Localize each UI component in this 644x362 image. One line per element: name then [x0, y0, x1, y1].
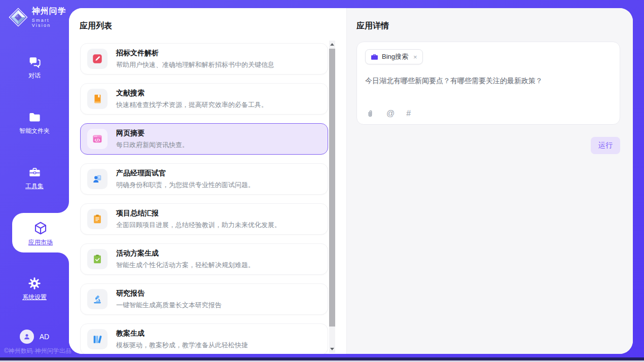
sidebar-item-settings[interactable]: 系统设置 [0, 275, 69, 301]
user-profile[interactable]: AD [0, 330, 69, 344]
sidebar-item-toolset[interactable]: 工具集 [0, 165, 69, 190]
sidebar-item-label: 应用市场 [28, 239, 53, 245]
interviewer-icon [92, 173, 103, 185]
gear-icon [27, 276, 42, 291]
toolbox-icon [28, 166, 42, 179]
tool-chip-bing-search[interactable]: Bing搜索 × [365, 49, 423, 64]
app-card-bid-parse[interactable]: 招标文件解析 帮助用户快速、准确地理解和解析招标书中的关键信息 [80, 43, 328, 75]
mention-icon[interactable]: @ [386, 110, 395, 118]
brand-diamond-icon [8, 7, 28, 28]
sidebar: 神州问学 Smart Vision 对话 智能文件夹 [0, 0, 69, 362]
avatar [20, 330, 34, 344]
sidebar-item-smart-folder[interactable]: 智能文件夹 [0, 110, 69, 135]
browser-code-icon [92, 133, 103, 144]
app-card-literature-search[interactable]: 文献搜索 快速精准查找学术资源，提高研究效率的必备工具。 [80, 83, 328, 115]
run-row: 运行 [356, 137, 620, 154]
scrollbar-thumb[interactable] [329, 49, 335, 327]
user-initials: AD [40, 333, 49, 341]
app-card-title: 活动方案生成 [116, 249, 255, 258]
book-icon [92, 93, 103, 104]
app-card-desc: 模板驱动，教案秒成，教学准备从此轻松快捷 [116, 341, 248, 350]
tool-chip-label: Bing搜索 [382, 52, 408, 61]
briefcase-icon [371, 53, 378, 61]
brand-logo: 神州问学 Smart Vision [0, 0, 69, 28]
triangle-down-icon [330, 348, 334, 350]
app-card-desc: 一键智能生成高质量长文本研究报告 [116, 301, 222, 310]
sidebar-item-app-market[interactable]: 应用市场 [12, 213, 69, 252]
app-list-title: 应用列表 [80, 21, 346, 31]
hash-icon[interactable]: # [406, 110, 411, 118]
prompt-card[interactable]: Bing搜索 × 今日湖北有哪些新闻要点？有哪些需要关注的最新政策？ @ # [356, 42, 620, 125]
app-detail-title: 应用详情 [356, 21, 633, 31]
doc-edit-icon [92, 53, 103, 64]
app-card-title: 招标文件解析 [116, 49, 274, 58]
sidebar-item-label: 工具集 [25, 183, 44, 189]
scroll-up-button[interactable] [329, 41, 335, 48]
app-card-event-plan[interactable]: 活动方案生成 智能生成个性化活动方案，轻松解决规划难题。 [80, 243, 328, 275]
app-card-title: 研究报告 [116, 289, 222, 298]
app-card-list: 招标文件解析 帮助用户快速、准确地理解和解析招标书中的关键信息 文献搜索 [80, 43, 328, 354]
tab-curve-bottom [58, 252, 69, 264]
brand-name: 神州问学 [32, 6, 69, 17]
app-card-title: 项目总结汇报 [116, 209, 281, 218]
sidebar-item-chat[interactable]: 对话 [0, 54, 69, 80]
folder-icon [28, 111, 42, 124]
main-content: 应用列表 招标文件解析 帮助用户快速、准确地理解和解析招标书中的关键信息 [69, 8, 633, 354]
cube-icon [33, 221, 48, 236]
copyright-text: ©神州数码·神州问学出品 [4, 347, 71, 355]
sidebar-item-label: 智能文件夹 [19, 128, 50, 134]
chat-icon [28, 55, 42, 69]
app-card-title: 教案生成 [116, 329, 248, 338]
app-card-title: 网页摘要 [116, 129, 189, 138]
scroll-down-button[interactable] [329, 345, 335, 353]
app-window: 神州问学 Smart Vision 对话 智能文件夹 [0, 0, 644, 362]
sidebar-item-label: 对话 [28, 73, 41, 79]
sidebar-item-label: 系统设置 [22, 294, 47, 300]
app-card-desc: 全面回顾项目进展，总结经验教训，助力未来优化发展。 [116, 221, 281, 230]
app-card-web-summary[interactable]: 网页摘要 每日政府新闻资讯快查。 [80, 123, 328, 155]
microscope-icon [92, 294, 103, 305]
person-icon [22, 332, 31, 341]
app-card-desc: 每日政府新闻资讯快查。 [116, 140, 189, 150]
books-icon [92, 334, 103, 345]
app-card-project-summary[interactable]: 项目总结汇报 全面回顾项目进展，总结经验教训，助力未来优化发展。 [80, 203, 328, 235]
app-list-panel: 应用列表 招标文件解析 帮助用户快速、准确地理解和解析招标书中的关键信息 [69, 8, 346, 354]
clipboard-check-icon [92, 254, 103, 265]
app-card-desc: 快速精准查找学术资源，提高研究效率的必备工具。 [116, 100, 268, 110]
app-card-research-report[interactable]: 研究报告 一键智能生成高质量长文本研究报告 [80, 283, 328, 315]
chip-close-icon[interactable]: × [413, 53, 417, 61]
app-card-desc: 帮助用户快速、准确地理解和解析招标书中的关键信息 [116, 60, 274, 69]
app-card-desc: 明确身份和职责，为您提供专业性的面试问题。 [116, 180, 255, 190]
brand-subtitle: Smart Vision [32, 18, 69, 28]
clipboard-icon [92, 213, 103, 225]
prompt-text[interactable]: 今日湖北有哪些新闻要点？有哪些需要关注的最新政策？ [365, 76, 612, 86]
app-card-pm-interviewer[interactable]: 产品经理面试官 明确身份和职责，为您提供专业性的面试问题。 [80, 163, 328, 195]
app-detail-panel: 应用详情 Bing搜索 × 今日湖北有哪些新闻要点？有哪些需要关注的最新政策？ … [346, 8, 633, 354]
run-button[interactable]: 运行 [591, 137, 620, 154]
app-card-desc: 智能生成个性化活动方案，轻松解决规划难题。 [116, 261, 255, 270]
paperclip-icon[interactable] [366, 109, 375, 118]
tab-curve-top [58, 202, 69, 213]
app-card-lesson-plan[interactable]: 教案生成 模板驱动，教案秒成，教学准备从此轻松快捷 [80, 323, 328, 354]
prompt-toolbar: @ # [366, 109, 411, 118]
app-card-title: 产品经理面试官 [116, 169, 255, 178]
scrollbar[interactable] [329, 41, 335, 353]
sidebar-nav: 对话 智能文件夹 工具集 [0, 54, 69, 301]
triangle-up-icon [330, 43, 334, 46]
app-card-title: 文献搜索 [116, 89, 268, 98]
